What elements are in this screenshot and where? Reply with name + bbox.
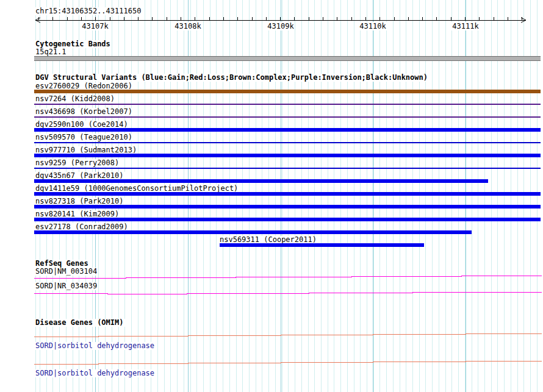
variant-bar-gain[interactable] — [34, 154, 541, 157]
variant-bar-inversion[interactable] — [34, 104, 541, 105]
cytoband-label: 15q21.1 — [35, 48, 68, 56]
ruler-tick-marks — [38, 17, 527, 20]
region-coordinates: chr15:43106352..43111650 — [35, 7, 142, 15]
omim-track-header: Disease Genes (OMIM) — [35, 319, 125, 327]
track-panel: chr15:43106352..43111650 43107k 43108k 4… — [34, 0, 542, 392]
variant-label[interactable]: nsv7264 (Kidd2008) — [35, 95, 116, 103]
variant-bar-gain[interactable] — [34, 205, 541, 208]
ruler-tick-label: 43110k — [351, 22, 394, 30]
variant-label[interactable]: nsv509570 (Teague2010) — [35, 134, 134, 141]
cytoband-bar — [34, 56, 541, 61]
variant-bar-gain[interactable] — [220, 243, 424, 247]
dgv-track-header: DGV Structural Variants (Blue:Gain;Red:L… — [35, 74, 429, 82]
genome-browser-view: chr15:43106352..43111650 43107k 43108k 4… — [0, 0, 543, 392]
omim-gene-label[interactable]: SORD|sorbitol dehydrogenase — [35, 369, 156, 377]
variant-label[interactable]: nsv9259 (Perry2008) — [35, 159, 120, 167]
ruler-tick-label: 43107k — [74, 22, 117, 30]
variant-bar-gain[interactable] — [34, 230, 472, 234]
omim-gene-line[interactable] — [34, 360, 542, 365]
variant-bar-inversion[interactable] — [34, 116, 541, 118]
variant-bar-gain[interactable] — [34, 218, 541, 221]
variant-bar-complex[interactable] — [34, 90, 541, 93]
omim-gene-line[interactable] — [34, 332, 542, 337]
omim-gene-label[interactable]: SORD|sorbitol dehydrogenase — [35, 342, 156, 350]
ruler-tick-label: 43108k — [167, 22, 209, 30]
ruler-tick-label: 43111k — [444, 22, 487, 30]
ruler-tick-label: 43109k — [259, 22, 302, 30]
variant-bar-gain[interactable] — [34, 192, 541, 196]
variant-label[interactable]: nsv436698 (Korbel2007) — [35, 108, 134, 116]
variant-bar-gain[interactable] — [34, 128, 541, 132]
variant-bar-gain[interactable] — [34, 179, 488, 183]
refseq-gene-line[interactable] — [34, 290, 542, 294]
refseq-gene-line[interactable] — [34, 274, 542, 279]
variant-bar-gain[interactable] — [34, 142, 541, 143]
variant-bar-gain[interactable] — [34, 168, 541, 169]
